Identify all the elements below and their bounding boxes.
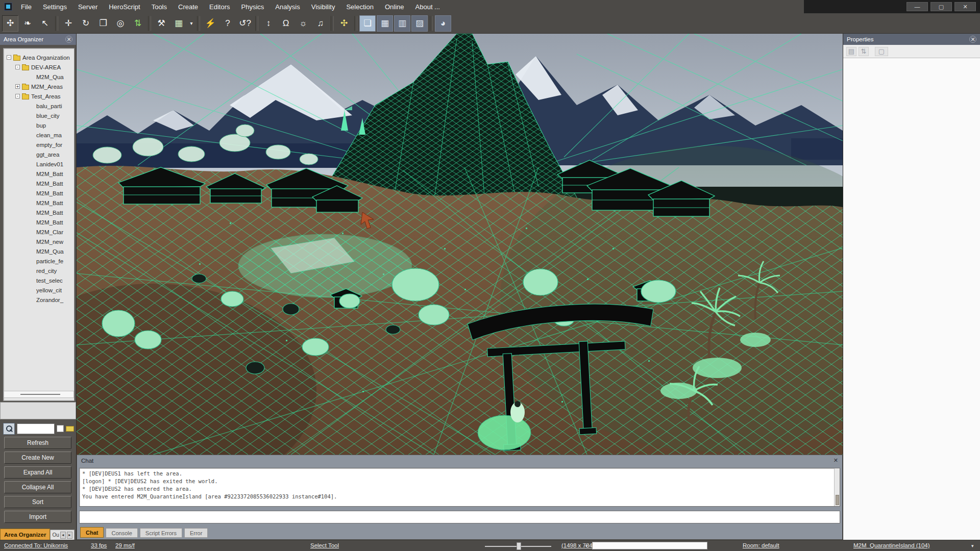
help-rotate-tool[interactable]: ↺?: [237, 15, 253, 32]
select-cursor-tool[interactable]: ↖: [37, 15, 53, 32]
chat-scrollbar[interactable]: [834, 468, 840, 506]
unlock-tool[interactable]: Ω: [278, 15, 294, 32]
panel-select-tool[interactable]: ▨: [411, 15, 428, 32]
close-button[interactable]: ✕: [954, 2, 976, 11]
menu-item[interactable]: Selection: [340, 1, 379, 13]
sort-alpha-icon[interactable]: ⇅: [859, 47, 869, 56]
tree-item[interactable]: M2M_Batt: [4, 198, 74, 208]
tree-expander-icon[interactable]: -: [7, 55, 11, 60]
tree-horizontal-scrollbar[interactable]: [4, 391, 74, 398]
tree-item[interactable]: -Test_Areas: [4, 91, 74, 101]
tree-item[interactable]: -DEV-AREA: [4, 62, 74, 72]
search-input[interactable]: [17, 423, 55, 434]
panel-button[interactable]: Refresh: [4, 437, 71, 449]
axis-gizmo-tool[interactable]: ⇅: [130, 15, 146, 32]
menu-item[interactable]: About ...: [410, 1, 446, 13]
menu-item[interactable]: Editors: [204, 1, 235, 13]
tree-item[interactable]: test_selec: [4, 276, 74, 285]
tree-item[interactable]: M2M_Clar: [4, 227, 74, 237]
status-slider-thumb[interactable]: [517, 542, 521, 550]
audio-tool[interactable]: ♫: [312, 15, 329, 32]
tree-item[interactable]: -Area Organization: [4, 53, 74, 62]
tree-item[interactable]: M2M_Batt: [4, 208, 74, 217]
tab-scroll-right-icon[interactable]: ▸: [67, 532, 72, 539]
help-box-tool[interactable]: ?: [219, 15, 236, 32]
tree-expander-icon[interactable]: +: [15, 84, 20, 89]
tree-item[interactable]: empty_for: [4, 140, 74, 149]
tree-item[interactable]: +M2M_Areas: [4, 82, 74, 91]
menu-item[interactable]: Tools: [146, 1, 173, 13]
tab-area-organizer[interactable]: Area Organizer: [0, 529, 50, 540]
tree-item[interactable]: particle_fe: [4, 256, 74, 266]
menu-item[interactable]: Settings: [37, 1, 72, 13]
tree-item[interactable]: balu_parti: [4, 101, 74, 111]
tree-item[interactable]: M2M_Qua: [4, 246, 74, 256]
chat-log[interactable]: * [DEV]DEUS1 has left the area.[logon] *…: [79, 468, 840, 507]
chat-input[interactable]: [79, 511, 840, 523]
tab-console[interactable]: Console: [106, 528, 137, 538]
tree-item[interactable]: Lanidev01: [4, 159, 74, 169]
panel-split-tool[interactable]: ▥: [394, 15, 410, 32]
menu-item[interactable]: Visibility: [306, 1, 341, 13]
tree-item[interactable]: M2M_Batt: [4, 188, 74, 198]
tree-item[interactable]: M2M_new: [4, 237, 74, 246]
close-icon[interactable]: ✕: [969, 36, 976, 43]
target-tool[interactable]: ◎: [112, 15, 129, 32]
tree-item[interactable]: yellow_cit: [4, 285, 74, 295]
tree-item[interactable]: M2M_Batt: [4, 179, 74, 188]
categorized-icon[interactable]: ▤: [846, 47, 856, 56]
panel-layout-tool[interactable]: ❏: [359, 15, 376, 32]
tree-item[interactable]: ggt_area: [4, 149, 74, 159]
slider-tool[interactable]: ↕: [260, 15, 277, 32]
viewport-scene[interactable]: [77, 34, 843, 455]
menu-item[interactable]: Physics: [236, 1, 270, 13]
tab-scroll-left-icon[interactable]: ◂: [60, 532, 66, 539]
terrain-tool[interactable]: ⚒: [153, 15, 169, 32]
keys-tool[interactable]: ❧: [19, 15, 36, 32]
menu-item[interactable]: Server: [72, 1, 103, 13]
scroll-thumb[interactable]: [836, 495, 839, 505]
orbit-tool[interactable]: ◕: [435, 15, 451, 32]
tree-item[interactable]: Zorandor_: [4, 295, 74, 305]
menu-item[interactable]: Analysis: [270, 1, 305, 13]
tree-item[interactable]: M2M_Batt: [4, 217, 74, 227]
menu-item[interactable]: File: [15, 1, 37, 13]
character-edit-tool[interactable]: ✣: [336, 15, 352, 32]
clipboard-tool[interactable]: ❐: [95, 15, 111, 32]
minimize-button[interactable]: —: [906, 2, 928, 11]
character-tool[interactable]: ✣: [2, 15, 18, 32]
scroll-thumb[interactable]: [20, 394, 60, 395]
tree-item[interactable]: M2M_Qua: [4, 72, 74, 82]
search-checkbox[interactable]: [57, 425, 64, 432]
property-pages-icon[interactable]: ▢: [875, 47, 888, 56]
folder-icon[interactable]: [66, 426, 74, 432]
menu-item[interactable]: HeroScript: [103, 1, 145, 13]
menu-item[interactable]: Create: [173, 1, 204, 13]
light-tool[interactable]: ☼: [295, 15, 311, 32]
panel-button[interactable]: Import: [4, 511, 71, 523]
dropdown-caret[interactable]: ▾: [188, 15, 195, 32]
panel-button[interactable]: Sort: [4, 496, 71, 508]
tree-expander-icon[interactable]: -: [15, 94, 20, 98]
tree-item[interactable]: blue_city: [4, 111, 74, 120]
close-icon[interactable]: ✕: [65, 36, 72, 43]
world-bolt-tool[interactable]: ⚡: [202, 15, 218, 32]
close-icon[interactable]: ✕: [834, 457, 838, 464]
tree-expander-icon[interactable]: -: [15, 65, 20, 69]
panel-button[interactable]: Collapse All: [4, 481, 71, 493]
rotate-tool[interactable]: ↻: [78, 15, 94, 32]
viewport-3d[interactable]: [77, 34, 843, 455]
tab-chat[interactable]: Chat: [80, 527, 104, 538]
tree-item[interactable]: red_city: [4, 266, 74, 276]
palette-grid-tool[interactable]: ▦: [170, 15, 187, 32]
panel-button[interactable]: Create New: [4, 452, 71, 464]
search-icon[interactable]: [3, 423, 15, 435]
tab-script-errors[interactable]: Script Errors: [140, 528, 182, 538]
caret-left-icon[interactable]: ◂: [585, 543, 587, 548]
tree-item[interactable]: bup: [4, 120, 74, 130]
menu-item[interactable]: Online: [379, 1, 410, 13]
tree-item[interactable]: clean_ma: [4, 130, 74, 140]
status-input[interactable]: [592, 542, 707, 549]
chevron-down-icon[interactable]: ▾: [971, 543, 974, 548]
tree-item[interactable]: M2M_Batt: [4, 169, 74, 179]
